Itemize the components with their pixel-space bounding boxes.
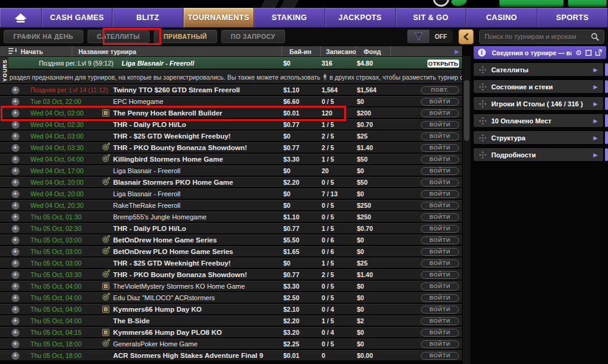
funnel-icon[interactable] [407,30,429,43]
add-to-yours-icon[interactable]: + [12,283,19,290]
add-to-yours-icon[interactable]: + [12,236,19,244]
table-row[interactable]: +Wed 04 Oct, 17:00Liga Blasnair - Freero… [0,165,462,176]
add-to-yours-icon[interactable]: + [12,179,19,187]
column-header-buyin[interactable]: Бай-ин [282,46,320,57]
table-row[interactable]: +Thu 05 Oct, 18:00ACR Stormers High Stak… [0,350,462,360]
table-row[interactable]: +Thu 05 Oct, 04:00BKymmers66 Hump Day KO… [0,304,462,314]
sidebar-item-игроки-и-столы-146-316[interactable]: Игроки И Столы ( 146 / 316 )▶ [474,97,603,110]
add-to-yours-icon[interactable]: + [12,306,19,314]
table-row[interactable]: +Wed 04 Oct, 20:00Liga Blasnair - Freero… [0,188,462,199]
table-row[interactable]: +Wed 04 Oct, 04:00Killingbird Stormers H… [0,154,462,164]
home-tab[interactable] [0,8,42,27]
table-row[interactable]: +Thu 05 Oct, 04:00The B-Side$2.201 / 5$2… [0,315,462,326]
enter-button[interactable]: ВОЙТИ [421,248,459,256]
sidebar-item-подробности[interactable]: Подробности▶ [474,148,603,161]
open-button[interactable]: ОТКРЫТЬ [427,60,459,67]
enter-button[interactable]: ВОЙТИ [421,306,459,314]
table-row[interactable]: +Thu 05 Oct, 04:00Edu Diaz "MILOCO" ACRs… [0,292,462,303]
column-header-name[interactable]: Название турнира [72,46,282,57]
table-row[interactable]: +Wed 04 Oct, 03:30THR - PKO Bounty Bonan… [0,142,462,153]
sidebar-header[interactable]: i Сведения о турнире — ваш ⚙ [474,46,606,59]
add-to-yours-icon[interactable]: + [12,317,19,325]
sidebar-scroll-segment[interactable] [605,63,608,76]
sidebar-scroll-segment[interactable] [605,131,608,144]
enter-button[interactable]: ВОЙТИ [421,190,459,198]
table-row[interactable]: +Wed 04 Oct, 02:30THR - Daily PLO Hi/Lo$… [0,119,462,129]
nav-tab-sports[interactable]: SPORTS [537,8,608,27]
sort-icon[interactable] [9,48,19,55]
table-row[interactable]: +Thu 05 Oct, 03:00THR - $25 GTD Weeknigh… [0,258,462,268]
enter-button[interactable]: ВОЙТИ [421,202,459,210]
add-to-yours-icon[interactable]: + [12,144,19,152]
enter-button[interactable]: ВОЙТИ [421,167,459,175]
yours-tournament-row[interactable]: Поздняя рег.:Lvl 9 (59:12) Liga Blasnair… [9,57,462,69]
collapse-panel-button[interactable] [458,29,474,44]
enter-button[interactable]: ВОЙТИ [421,329,459,337]
enter-button[interactable]: ВОЙТИ [421,213,459,221]
enter-button[interactable]: ВОЙТИ [421,156,459,163]
move-icon[interactable] [479,83,486,91]
enter-button[interactable]: ВОЙТИ [421,340,459,348]
filter-off-label[interactable]: OFF [429,30,452,43]
nav-tab-casino[interactable]: CASINO [466,8,537,27]
table-row[interactable]: +Thu 05 Oct, 04:15BKymmers66 Hump Day PL… [0,327,462,337]
add-to-yours-icon[interactable]: + [12,98,19,106]
enter-button[interactable]: ВОЙТИ [421,121,459,129]
enter-button[interactable]: ВОЙТИ [421,236,459,244]
sidebar-scroll-segment[interactable] [605,97,608,110]
add-to-yours-icon[interactable]: + [12,202,19,210]
add-to-yours-icon[interactable]: + [12,86,19,94]
table-row[interactable]: +Wed 04 Oct, 03:00THR - $25 GTD Weeknigh… [0,131,462,141]
filter-tab-сателлиты[interactable]: САТЕЛЛИТЫ [88,30,150,43]
add-to-yours-icon[interactable]: + [12,294,19,302]
nav-tab-blitz[interactable]: BLITZ [112,8,183,27]
add-to-yours-icon[interactable]: + [12,352,19,360]
table-scrollbar[interactable] [462,56,471,364]
add-to-yours-icon[interactable]: + [12,271,19,279]
column-header-registered[interactable]: Записано [320,46,356,57]
table-row[interactable]: +Поздняя рег.:Lvl 14 (11:12)Twinny TTO $… [0,84,462,95]
enter-button[interactable]: ВОЙТИ [421,352,459,360]
move-icon[interactable] [479,66,486,74]
table-row[interactable]: +Tue 03 Oct, 22:00EPC Homegame$6.600 / 5… [0,96,462,106]
filter-tab-приватный[interactable]: ПРИВАТНЫЙ [154,30,217,43]
sidebar-scroll-segment[interactable] [605,80,608,93]
sidebar-item-сателлиты[interactable]: Сателлиты▶ [474,63,603,76]
add-to-yours-icon[interactable]: + [12,121,19,129]
topbar-button-1[interactable] [499,0,564,7]
add-to-yours-icon[interactable]: + [12,340,19,348]
enter-button[interactable]: ВОЙТИ [421,259,459,267]
move-icon[interactable] [479,134,486,142]
nav-tab-tournaments[interactable]: TOURNAMENTS [184,8,254,27]
add-to-yours-icon[interactable]: + [12,225,19,233]
sidebar-scroll-segment[interactable] [605,114,608,127]
column-header-start[interactable]: Начать [19,46,72,57]
enter-button[interactable]: ВОЙТИ [421,179,459,187]
move-icon[interactable] [479,117,486,125]
scroll-right-icon[interactable]: ▶ [455,49,459,55]
add-to-yours-icon[interactable]: + [12,259,19,267]
add-to-yours-icon[interactable]: + [12,248,19,256]
column-header-fund[interactable]: Фонд [356,46,390,57]
table-row[interactable]: +Thu 05 Oct, 03:00BetOnDrew PLO Home Gam… [0,246,462,256]
enter-button[interactable]: ВОЙТИ [421,132,459,140]
table-row[interactable]: +Thu 05 Oct, 02:30THR - Daily PLO Hi/Lo$… [0,223,462,233]
gear-icon[interactable]: ⚙ [575,49,582,57]
move-icon[interactable] [479,100,486,108]
nav-tab-cash-games[interactable]: CASH GAMES [42,8,112,27]
enter-button[interactable]: ВОЙТИ [421,283,459,290]
enter-button[interactable]: ВОЙТИ [421,98,459,106]
table-row[interactable]: +Wed 04 Oct, 02:00BThe Penny Hoot Bankro… [0,108,462,118]
add-to-yours-icon[interactable]: + [12,329,19,337]
table-row[interactable]: +Thu 05 Oct, 18:00GeneralsPoker Home Gam… [0,338,462,349]
search-input[interactable] [485,33,591,40]
add-to-yours-icon[interactable]: + [12,190,19,198]
table-row[interactable]: +Thu 05 Oct, 01:30Bremp555's Jungle Home… [0,211,462,222]
nav-tab-jackpots[interactable]: JACKPOTS [325,8,396,27]
enter-button[interactable]: ВОЙТИ [421,225,459,233]
table-row[interactable]: +Thu 05 Oct, 03:30THR - PKO Bounty Bonan… [0,269,462,280]
topbar-button-2[interactable] [568,0,607,7]
enter-button[interactable]: ВОЙТИ [421,144,459,152]
popout-icon[interactable] [595,49,602,56]
table-row[interactable]: +Wed 04 Oct, 20:30RakeTheRake Freeroll$0… [0,200,462,210]
